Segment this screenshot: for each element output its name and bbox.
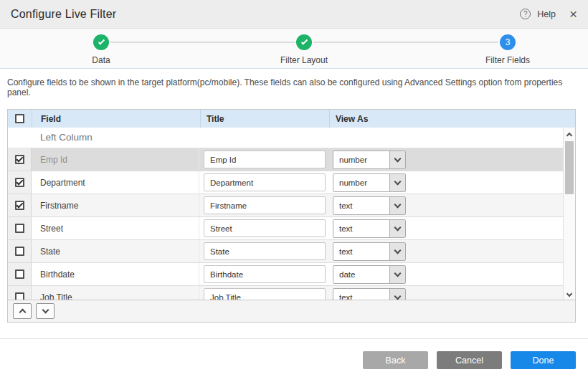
step-filter-fields-label: Filter Fields xyxy=(457,55,558,65)
row-checkbox[interactable] xyxy=(15,292,24,300)
step-filter-fields-circle[interactable]: 3 xyxy=(500,34,516,50)
checkbox-cell xyxy=(8,171,32,194)
scroll-down-icon[interactable] xyxy=(564,294,575,296)
table-row[interactable]: State text xyxy=(8,240,563,263)
wizard-steps: Data Filter Layout 3 Filter Fields xyxy=(0,29,588,69)
view-as-dropdown[interactable]: number xyxy=(333,151,406,169)
step-filter-layout-circle[interactable] xyxy=(296,34,312,50)
view-as-value: number xyxy=(333,174,389,191)
field-label: Birthdate xyxy=(32,263,199,285)
chevron-down-icon xyxy=(394,155,402,162)
title-input[interactable] xyxy=(204,242,326,260)
view-as-value: text xyxy=(333,289,389,300)
checkbox-cell xyxy=(8,194,32,216)
header-cell-field: Field xyxy=(32,110,200,128)
step-data-circle[interactable] xyxy=(93,34,109,50)
chevron-down-icon xyxy=(394,224,402,231)
header-cell-view-as: View As xyxy=(329,110,575,128)
help-button[interactable]: Help xyxy=(537,9,556,19)
view-as-dropdown[interactable]: text xyxy=(333,288,406,300)
table-row[interactable]: Firstname text xyxy=(8,194,563,217)
dropdown-button[interactable] xyxy=(389,266,405,283)
done-button[interactable]: Done xyxy=(511,351,576,369)
dropdown-button[interactable] xyxy=(389,151,405,168)
view-as-dropdown[interactable]: text xyxy=(333,219,406,238)
table-body: Left Column Emp Id number Department xyxy=(8,128,575,300)
close-icon[interactable]: × xyxy=(569,9,577,20)
table-row[interactable]: Job Title text xyxy=(8,286,563,300)
view-as-dropdown[interactable]: number xyxy=(333,173,406,192)
chevron-up-icon xyxy=(19,309,26,316)
dropdown-button[interactable] xyxy=(389,289,405,300)
select-all-checkbox[interactable] xyxy=(15,114,24,123)
field-label: Street xyxy=(32,217,199,239)
dialog-footer: Back Cancel Done xyxy=(0,339,588,369)
title-input[interactable] xyxy=(204,196,326,214)
title-input[interactable] xyxy=(204,151,326,168)
row-checkbox[interactable] xyxy=(15,270,24,279)
check-icon xyxy=(300,38,307,44)
back-button[interactable]: Back xyxy=(363,351,428,369)
description-text: Configure fields to be shown in the targ… xyxy=(7,77,581,97)
view-as-dropdown[interactable]: text xyxy=(333,242,406,261)
checkbox-cell xyxy=(8,148,32,171)
chevron-down-icon xyxy=(394,201,402,208)
title-input[interactable] xyxy=(204,219,326,237)
dropdown-button[interactable] xyxy=(389,243,405,260)
view-as-value: text xyxy=(333,243,389,260)
title-input[interactable] xyxy=(204,288,326,300)
title-input[interactable] xyxy=(204,265,326,283)
group-row-left-column: Left Column xyxy=(8,128,563,148)
view-as-value: text xyxy=(333,220,389,237)
checkbox-cell xyxy=(8,286,32,300)
dropdown-button[interactable] xyxy=(389,197,405,214)
view-as-value: date xyxy=(333,266,389,283)
step-data-label: Data xyxy=(51,55,151,65)
scroll-up-icon[interactable] xyxy=(564,131,575,138)
header-cell-title: Title xyxy=(200,110,329,128)
field-label: Emp Id xyxy=(32,148,199,171)
dropdown-button[interactable] xyxy=(389,220,405,237)
field-label: State xyxy=(32,240,199,262)
help-icon[interactable]: ? xyxy=(520,9,531,19)
checkbox-cell xyxy=(8,217,32,239)
configure-live-filter-dialog: Configure Live Filter ? Help × Data Filt… xyxy=(0,0,588,369)
chevron-down-icon xyxy=(394,270,402,277)
title-input[interactable] xyxy=(204,173,326,191)
check-icon xyxy=(98,38,104,44)
row-checkbox[interactable] xyxy=(15,247,24,256)
view-as-value: number xyxy=(333,151,389,168)
field-label: Firstname xyxy=(32,194,199,216)
checkbox-cell xyxy=(8,240,32,262)
table-row[interactable]: Emp Id number xyxy=(8,148,563,171)
dialog-title: Configure Live Filter xyxy=(11,8,520,21)
row-checkbox[interactable] xyxy=(15,178,24,187)
table-row[interactable]: Street text xyxy=(8,217,563,240)
chevron-down-icon xyxy=(394,178,402,185)
cancel-button[interactable]: Cancel xyxy=(437,351,502,369)
row-checkbox[interactable] xyxy=(15,224,24,233)
table-header-row: Field Title View As xyxy=(8,110,575,128)
row-checkbox[interactable] xyxy=(15,155,24,164)
table-row[interactable]: Department number xyxy=(8,171,563,194)
header-cell-checkbox xyxy=(8,110,32,128)
chevron-down-icon xyxy=(394,247,402,254)
dropdown-button[interactable] xyxy=(389,174,405,191)
checkbox-cell xyxy=(8,263,32,285)
dialog-titlebar: Configure Live Filter ? Help × xyxy=(0,0,588,29)
table-row[interactable]: Birthdate date xyxy=(8,263,563,286)
step-filter-layout-label: Filter Layout xyxy=(254,55,354,65)
field-label: Department xyxy=(32,171,199,194)
move-up-button[interactable] xyxy=(13,303,32,319)
move-down-button[interactable] xyxy=(36,303,54,319)
step-number: 3 xyxy=(506,37,511,47)
scrollbar-thumb[interactable] xyxy=(565,141,574,194)
chevron-down-icon xyxy=(394,292,402,300)
view-as-dropdown[interactable]: text xyxy=(333,196,406,215)
fields-table: Field Title View As Left Column Emp Id n… xyxy=(7,109,576,323)
view-as-dropdown[interactable]: date xyxy=(333,265,406,284)
vertical-scrollbar[interactable] xyxy=(563,128,575,300)
row-reorder-bar xyxy=(8,300,575,322)
field-label: Job Title xyxy=(32,286,199,300)
row-checkbox[interactable] xyxy=(15,201,24,210)
